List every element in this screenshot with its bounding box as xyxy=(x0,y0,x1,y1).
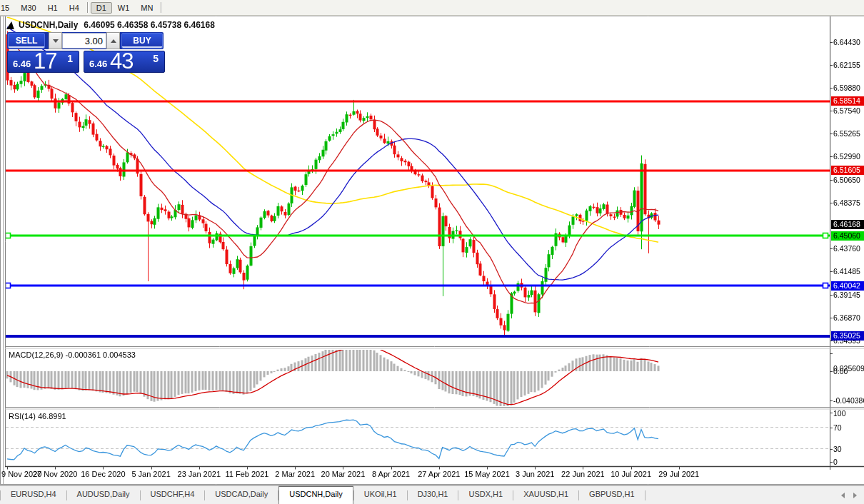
buy-price-big: 43 xyxy=(110,49,133,74)
date-label: 10 Jul 2021 xyxy=(611,470,651,478)
chart-tab-DJ30[interactable]: DJ30,H1 xyxy=(408,486,458,504)
buy-price-prefix: 6.46 xyxy=(89,59,107,69)
price-tick-label: 6.50650 xyxy=(833,176,860,184)
sell-price-panel[interactable]: 6.46 17 1 xyxy=(7,51,79,73)
date-label: 22 Jun 2021 xyxy=(561,470,605,478)
price-level-badge: 6.58514 xyxy=(831,96,864,106)
date-label: 29 Jul 2021 xyxy=(658,470,699,478)
date-label: 5 Jan 2021 xyxy=(131,470,170,478)
buy-price-panel[interactable]: 6.46 43 5 xyxy=(84,51,165,73)
price-tick-label: 6.59880 xyxy=(833,84,860,92)
price-tick-label: 6.57540 xyxy=(833,106,860,115)
volume-decrease-button[interactable] xyxy=(49,32,62,49)
chevron-up-icon xyxy=(111,39,116,43)
chart-tab-GBPUSD[interactable]: GBPUSD,H1 xyxy=(579,486,645,504)
tab-separator xyxy=(645,490,646,500)
price-axis[interactable]: 6.644306.621556.598806.575406.552656.529… xyxy=(830,15,864,466)
chart-tab-XAUUSD[interactable]: XAUUSD,H1 xyxy=(513,486,578,504)
timeframe-button-W1[interactable]: W1 xyxy=(112,2,136,14)
price-tick-label: 6.55265 xyxy=(833,129,860,138)
volume-increase-button[interactable] xyxy=(106,32,120,49)
date-label: 8 Apr 2021 xyxy=(372,470,410,478)
chevron-down-icon xyxy=(53,39,59,43)
chart-ohlc: 6.46095 6.46358 6.45738 6.46168 xyxy=(84,20,215,30)
chart-tab-USDCHF[interactable]: USDCHF,H4 xyxy=(141,486,205,504)
chart-title: USDCNH,Daily 6.46095 6.46358 6.45738 6.4… xyxy=(7,20,215,30)
price-tick-label: 6.39145 xyxy=(833,291,860,299)
sell-price-prefix: 6.46 xyxy=(13,59,31,69)
date-label: 2 Mar 2021 xyxy=(275,470,315,478)
buy-button[interactable]: BUY xyxy=(121,33,163,49)
sell-button[interactable]: SELL xyxy=(8,33,45,49)
price-level-badge: 6.46168 xyxy=(831,220,864,229)
timeframe-button-M30[interactable]: M30 xyxy=(15,2,41,14)
price-level-badge: 6.45060 xyxy=(831,231,864,241)
timeframe-button-MN[interactable]: MN xyxy=(135,2,159,14)
rsi-scale-label: 70 xyxy=(833,423,842,432)
price-level-badge: 6.35025 xyxy=(831,331,864,341)
chart-tab-EURUSD[interactable]: EURUSD,H4 xyxy=(1,486,66,504)
trade-panel-controls: SELL BUY xyxy=(7,32,164,49)
price-tick-label: 6.52990 xyxy=(833,152,860,161)
timeframe-toolbar: 15M30H1H4D1W1MN xyxy=(0,0,864,16)
toolbar-separator xyxy=(161,2,162,13)
chart-logo-icon xyxy=(6,21,16,29)
date-label: 27 Apr 2021 xyxy=(418,470,460,478)
price-tick-label: 6.62155 xyxy=(833,61,860,69)
price-level-badge: 6.40042 xyxy=(831,281,864,291)
price-tick-label: 6.64430 xyxy=(833,38,860,46)
date-label: 11 Feb 2021 xyxy=(226,470,269,478)
chart-tab-UKOil[interactable]: UKOil,H1 xyxy=(354,486,407,504)
chart-tab-USDCAD[interactable]: USDCAD,Daily xyxy=(205,486,278,504)
date-label: 15 May 2021 xyxy=(464,470,510,478)
macd-scale-label: 0.00 xyxy=(833,367,848,376)
rsi-scale-label: 100 xyxy=(833,409,846,418)
sell-price-superscript: 1 xyxy=(67,53,73,64)
price-chart-canvas[interactable] xyxy=(0,0,864,504)
chart-tab-USDX[interactable]: USDX,H1 xyxy=(458,486,513,504)
toolbar-separator xyxy=(87,2,89,13)
timeframe-button-15[interactable]: 15 xyxy=(0,2,15,14)
macd-scale-label: -0.040386 xyxy=(833,396,864,405)
tab-scroll-right-button[interactable] xyxy=(853,493,857,498)
timeframe-button-D1[interactable]: D1 xyxy=(91,2,112,14)
date-label: 3 Jun 2021 xyxy=(516,470,554,478)
price-level-badge: 6.51605 xyxy=(831,166,864,175)
volume-input[interactable] xyxy=(62,33,106,49)
date-label: 16 Dec 2020 xyxy=(81,470,125,478)
rsi-scale-label: 0 xyxy=(833,458,838,466)
mt4-window: 15M30H1H4D1W1MN USDCNH,Daily 6.46095 6.4… xyxy=(0,0,864,504)
price-tick-label: 6.41485 xyxy=(833,267,860,276)
tab-scroll-left-button[interactable] xyxy=(841,493,845,498)
price-tick-label: 6.43760 xyxy=(833,244,860,253)
date-label: 23 Jan 2021 xyxy=(178,470,221,478)
time-axis[interactable]: 9 Nov 202027 Nov 202016 Dec 20205 Jan 20… xyxy=(0,468,864,483)
tab-scroll-arrows xyxy=(841,486,864,504)
sell-price-big: 17 xyxy=(34,49,56,74)
rsi-label: RSI(14) 46.8991 xyxy=(9,412,66,420)
price-tick-label: 6.48375 xyxy=(833,198,860,207)
one-click-trading-panel: SELL BUY 6.46 17 1 6.46 43 5 xyxy=(7,32,164,71)
date-label: 27 Nov 2020 xyxy=(33,470,77,478)
buy-price-superscript: 5 xyxy=(153,53,159,64)
chart-tab-bar: EURUSD,H4AUDUSD,DailyUSDCHF,H4USDCAD,Dai… xyxy=(0,485,864,504)
timeframe-button-H1[interactable]: H1 xyxy=(42,2,64,14)
rsi-scale-label: 30 xyxy=(833,445,842,453)
chart-tab-USDCNH[interactable]: USDCNH,Daily xyxy=(278,485,353,504)
macd-label: MACD(12,26,9) -0.000361 0.004533 xyxy=(9,351,136,359)
chart-symbol-period: USDCNH,Daily xyxy=(19,20,78,30)
date-label: 20 Mar 2021 xyxy=(321,470,366,478)
chart-tab-AUDUSD[interactable]: AUDUSD,Daily xyxy=(67,486,140,504)
price-tick-label: 6.36870 xyxy=(833,313,860,322)
timeframe-button-H4[interactable]: H4 xyxy=(64,2,85,14)
